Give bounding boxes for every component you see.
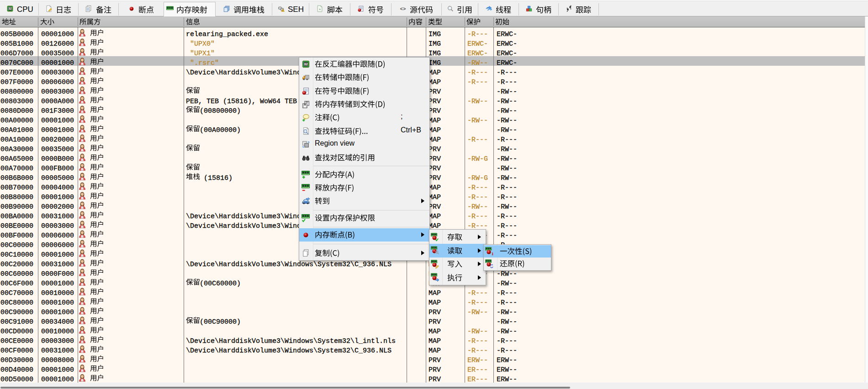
svg-text:<>: <>: [400, 6, 406, 12]
svg-text:1: 1: [492, 252, 494, 256]
svg-text:32: 32: [8, 7, 12, 10]
svg-text:s: s: [319, 8, 321, 11]
svg-text:32: 32: [304, 62, 308, 66]
